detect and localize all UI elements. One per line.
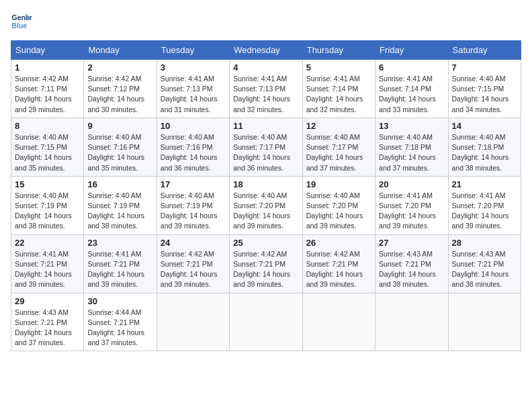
day-number: 10: [161, 121, 226, 131]
day-number: 3: [161, 62, 226, 73]
day-info: Sunrise: 4:42 AMSunset: 7:11 PMDaylight:…: [15, 74, 80, 115]
day-number: 1: [15, 62, 80, 73]
calendar-cell: 16Sunrise: 4:40 AMSunset: 7:19 PMDayligh…: [84, 176, 157, 234]
day-info: Sunrise: 4:42 AMSunset: 7:12 PMDaylight:…: [87, 74, 152, 115]
day-info: Sunrise: 4:41 AMSunset: 7:21 PMDaylight:…: [15, 249, 80, 290]
calendar-week-2: 8Sunrise: 4:40 AMSunset: 7:15 PMDaylight…: [11, 118, 521, 176]
logo: General Blue: [11, 11, 32, 32]
svg-text:Blue: Blue: [12, 22, 28, 30]
calendar-cell: 15Sunrise: 4:40 AMSunset: 7:19 PMDayligh…: [11, 176, 84, 234]
calendar-cell: 27Sunrise: 4:43 AMSunset: 7:21 PMDayligh…: [375, 234, 448, 293]
weekday-header-row: SundayMondayTuesdayWednesdayThursdayFrid…: [11, 41, 521, 60]
day-info: Sunrise: 4:40 AMSunset: 7:20 PMDaylight:…: [306, 191, 371, 232]
day-info: Sunrise: 4:40 AMSunset: 7:18 PMDaylight:…: [452, 132, 517, 173]
day-number: 11: [233, 121, 298, 131]
calendar-week-1: 1Sunrise: 4:42 AMSunset: 7:11 PMDaylight…: [11, 60, 521, 118]
day-number: 26: [306, 238, 371, 248]
calendar-cell: 18Sunrise: 4:40 AMSunset: 7:20 PMDayligh…: [230, 176, 302, 234]
calendar-cell: [157, 293, 229, 351]
calendar-cell: 26Sunrise: 4:42 AMSunset: 7:21 PMDayligh…: [302, 234, 375, 293]
calendar-week-3: 15Sunrise: 4:40 AMSunset: 7:19 PMDayligh…: [11, 176, 521, 234]
calendar-cell: 9Sunrise: 4:40 AMSunset: 7:16 PMDaylight…: [84, 118, 157, 176]
calendar-cell: 24Sunrise: 4:42 AMSunset: 7:21 PMDayligh…: [157, 234, 229, 293]
day-info: Sunrise: 4:43 AMSunset: 7:21 PMDaylight:…: [452, 249, 517, 290]
day-number: 23: [87, 238, 152, 248]
calendar-cell: 30Sunrise: 4:44 AMSunset: 7:21 PMDayligh…: [84, 293, 157, 351]
calendar-cell: [302, 293, 375, 351]
day-number: 29: [15, 296, 80, 306]
day-number: 4: [233, 62, 298, 73]
day-number: 16: [87, 179, 152, 189]
calendar-cell: 25Sunrise: 4:42 AMSunset: 7:21 PMDayligh…: [230, 234, 302, 293]
weekday-header-sunday: Sunday: [11, 41, 84, 60]
calendar-table: SundayMondayTuesdayWednesdayThursdayFrid…: [11, 40, 521, 351]
day-number: 8: [15, 121, 80, 131]
calendar-cell: 11Sunrise: 4:40 AMSunset: 7:17 PMDayligh…: [230, 118, 302, 176]
day-number: 21: [452, 179, 517, 189]
day-number: 28: [452, 238, 517, 248]
day-number: 30: [87, 296, 152, 306]
day-info: Sunrise: 4:40 AMSunset: 7:15 PMDaylight:…: [15, 132, 80, 173]
calendar-cell: 20Sunrise: 4:41 AMSunset: 7:20 PMDayligh…: [375, 176, 448, 234]
calendar-cell: 6Sunrise: 4:41 AMSunset: 7:14 PMDaylight…: [375, 60, 448, 118]
day-number: 13: [379, 121, 444, 131]
day-info: Sunrise: 4:41 AMSunset: 7:20 PMDaylight:…: [379, 191, 444, 232]
day-info: Sunrise: 4:44 AMSunset: 7:21 PMDaylight:…: [87, 308, 152, 349]
day-info: Sunrise: 4:41 AMSunset: 7:14 PMDaylight:…: [379, 74, 444, 115]
calendar-cell: 7Sunrise: 4:40 AMSunset: 7:15 PMDaylight…: [448, 60, 521, 118]
day-number: 5: [306, 62, 371, 73]
day-number: 17: [161, 179, 226, 189]
weekday-header-saturday: Saturday: [448, 41, 521, 60]
calendar-week-4: 22Sunrise: 4:41 AMSunset: 7:21 PMDayligh…: [11, 234, 521, 293]
day-number: 14: [452, 121, 517, 131]
day-info: Sunrise: 4:40 AMSunset: 7:20 PMDaylight:…: [233, 191, 298, 232]
day-info: Sunrise: 4:40 AMSunset: 7:19 PMDaylight:…: [15, 191, 80, 232]
day-number: 12: [306, 121, 371, 131]
day-number: 20: [379, 179, 444, 189]
calendar-cell: 5Sunrise: 4:41 AMSunset: 7:14 PMDaylight…: [302, 60, 375, 118]
day-info: Sunrise: 4:40 AMSunset: 7:16 PMDaylight:…: [87, 132, 152, 173]
day-number: 25: [233, 238, 298, 248]
calendar-cell: 23Sunrise: 4:41 AMSunset: 7:21 PMDayligh…: [84, 234, 157, 293]
day-number: 7: [452, 62, 517, 73]
weekday-header-wednesday: Wednesday: [230, 41, 302, 60]
day-info: Sunrise: 4:40 AMSunset: 7:15 PMDaylight:…: [452, 74, 517, 115]
calendar-cell: 28Sunrise: 4:43 AMSunset: 7:21 PMDayligh…: [448, 234, 521, 293]
day-number: 15: [15, 179, 80, 189]
page-header: General Blue: [11, 11, 521, 32]
calendar-week-5: 29Sunrise: 4:43 AMSunset: 7:21 PMDayligh…: [11, 293, 521, 351]
day-info: Sunrise: 4:41 AMSunset: 7:21 PMDaylight:…: [87, 249, 152, 290]
weekday-header-tuesday: Tuesday: [157, 41, 229, 60]
day-number: 2: [87, 62, 152, 73]
day-info: Sunrise: 4:41 AMSunset: 7:13 PMDaylight:…: [161, 74, 226, 115]
day-number: 27: [379, 238, 444, 248]
day-info: Sunrise: 4:40 AMSunset: 7:19 PMDaylight:…: [161, 191, 226, 232]
weekday-header-monday: Monday: [84, 41, 157, 60]
day-info: Sunrise: 4:42 AMSunset: 7:21 PMDaylight:…: [233, 249, 298, 290]
calendar-cell: 3Sunrise: 4:41 AMSunset: 7:13 PMDaylight…: [157, 60, 229, 118]
calendar-cell: [230, 293, 302, 351]
calendar-cell: 19Sunrise: 4:40 AMSunset: 7:20 PMDayligh…: [302, 176, 375, 234]
calendar-cell: [448, 293, 521, 351]
calendar-cell: 4Sunrise: 4:41 AMSunset: 7:13 PMDaylight…: [230, 60, 302, 118]
day-info: Sunrise: 4:40 AMSunset: 7:18 PMDaylight:…: [379, 132, 444, 173]
day-info: Sunrise: 4:40 AMSunset: 7:16 PMDaylight:…: [161, 132, 226, 173]
calendar-cell: 2Sunrise: 4:42 AMSunset: 7:12 PMDaylight…: [84, 60, 157, 118]
calendar-body: 1Sunrise: 4:42 AMSunset: 7:11 PMDaylight…: [11, 60, 521, 351]
day-number: 18: [233, 179, 298, 189]
day-info: Sunrise: 4:40 AMSunset: 7:19 PMDaylight:…: [87, 191, 152, 232]
weekday-header-thursday: Thursday: [302, 41, 375, 60]
day-number: 6: [379, 62, 444, 73]
day-info: Sunrise: 4:42 AMSunset: 7:21 PMDaylight:…: [161, 249, 226, 290]
calendar-cell: 8Sunrise: 4:40 AMSunset: 7:15 PMDaylight…: [11, 118, 84, 176]
calendar-header: SundayMondayTuesdayWednesdayThursdayFrid…: [11, 41, 521, 60]
day-info: Sunrise: 4:41 AMSunset: 7:13 PMDaylight:…: [233, 74, 298, 115]
day-info: Sunrise: 4:41 AMSunset: 7:20 PMDaylight:…: [452, 191, 517, 232]
day-number: 22: [15, 238, 80, 248]
weekday-header-friday: Friday: [375, 41, 448, 60]
day-info: Sunrise: 4:41 AMSunset: 7:14 PMDaylight:…: [306, 74, 371, 115]
day-info: Sunrise: 4:40 AMSunset: 7:17 PMDaylight:…: [233, 132, 298, 173]
day-info: Sunrise: 4:43 AMSunset: 7:21 PMDaylight:…: [379, 249, 444, 290]
calendar-cell: 12Sunrise: 4:40 AMSunset: 7:17 PMDayligh…: [302, 118, 375, 176]
day-info: Sunrise: 4:40 AMSunset: 7:17 PMDaylight:…: [306, 132, 371, 173]
